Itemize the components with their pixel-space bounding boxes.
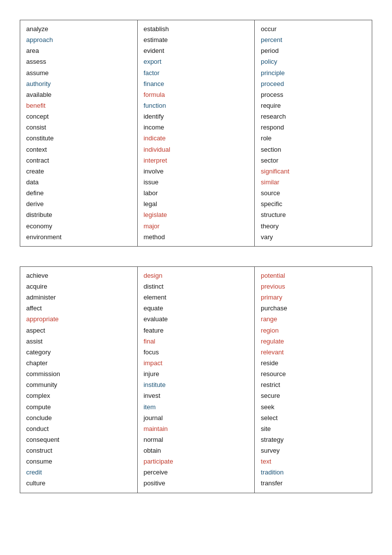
word-item: require (261, 101, 366, 111)
word-item: approach (26, 35, 131, 45)
word-item: restrict (261, 380, 366, 390)
word-item: policy (261, 57, 366, 67)
word-item: equate (144, 303, 249, 313)
word-item: context (26, 145, 131, 155)
word-item: obtain (144, 446, 249, 456)
word-item: estimate (144, 35, 249, 45)
word-item: export (144, 57, 249, 67)
word-item: constitute (26, 133, 131, 143)
word-item: define (26, 188, 131, 198)
word-item: construct (26, 446, 131, 456)
word-item: normal (144, 435, 249, 445)
word-item: income (144, 123, 249, 132)
word-item: proceed (261, 79, 366, 89)
word-item: affect (26, 303, 131, 313)
word-item: vary (261, 232, 366, 242)
word-item: element (144, 293, 249, 302)
word-item: method (144, 232, 249, 242)
word-item: conclude (26, 413, 131, 423)
word-item: factor (144, 68, 249, 78)
word-item: indicate (144, 133, 249, 143)
word-item: conduct (26, 424, 131, 434)
word-item: finance (144, 79, 249, 89)
word-item: item (144, 402, 249, 412)
word-item: primary (261, 293, 366, 302)
word-item: secure (261, 391, 366, 401)
word-item: structure (261, 210, 366, 220)
word-item: distinct (144, 282, 249, 292)
word-item: concept (26, 112, 131, 122)
word-item: feature (144, 326, 249, 336)
word-item: specific (261, 199, 366, 209)
word-item: range (261, 314, 366, 324)
word-item: regulate (261, 337, 366, 346)
word-item: benefit (26, 101, 131, 111)
word-item: occur (261, 24, 366, 34)
word-item: function (144, 101, 249, 111)
word-item: institute (144, 380, 249, 390)
word-item: invest (144, 391, 249, 401)
word-item: chapter (26, 358, 131, 368)
word-item: maintain (144, 424, 249, 434)
word-item: create (26, 167, 131, 176)
word-item: assist (26, 337, 131, 346)
word-item: category (26, 347, 131, 357)
word-item: distribute (26, 210, 131, 220)
word-item: contract (26, 156, 131, 166)
word-item: commission (26, 369, 131, 379)
word-item: participate (144, 457, 249, 467)
word-item: issue (144, 177, 249, 187)
word-item: consume (26, 457, 131, 467)
word-item: source (261, 188, 366, 198)
word-item: text (261, 457, 366, 467)
word-item: potential (261, 271, 366, 281)
table1-col1: analyzeapproachareaassessassumeauthority… (20, 20, 138, 247)
word-item: research (261, 112, 366, 122)
word-item: sector (261, 156, 366, 166)
word-item: final (144, 337, 249, 346)
word-item: identify (144, 112, 249, 122)
word-item: achieve (26, 271, 131, 281)
word-item: perceive (144, 468, 249, 477)
table2-col2: designdistinctelementequateevaluatefeatu… (137, 266, 255, 493)
table2-col3: potentialpreviousprimarypurchaserangereg… (255, 266, 372, 493)
word-item: major (144, 221, 249, 231)
word-item: percent (261, 35, 366, 45)
word-item: legislate (144, 210, 249, 220)
word-item: section (261, 145, 366, 155)
word-item: respond (261, 123, 366, 132)
word-item: legal (144, 199, 249, 209)
word-item: impact (144, 358, 249, 368)
word-item: relevant (261, 347, 366, 357)
word-item: transfer (261, 478, 366, 488)
word-item: acquire (26, 282, 131, 292)
word-item: previous (261, 282, 366, 292)
word-item: community (26, 380, 131, 390)
word-item: region (261, 326, 366, 336)
word-item: economy (26, 221, 131, 231)
word-item: similar (261, 177, 366, 187)
word-item: resource (261, 369, 366, 379)
word-item: purchase (261, 303, 366, 313)
word-item: select (261, 413, 366, 423)
word-item: period (261, 46, 366, 56)
table-1: analyzeapproachareaassessassumeauthority… (20, 20, 372, 247)
word-item: interpret (144, 156, 249, 166)
word-item: assess (26, 57, 131, 67)
table-2: achieveacquireadministeraffectappropriat… (20, 266, 372, 493)
word-item: survey (261, 446, 366, 456)
word-item: available (26, 90, 131, 100)
word-item: evident (144, 46, 249, 56)
word-item: appropriate (26, 314, 131, 324)
word-item: data (26, 177, 131, 187)
table1-col3: occurpercentperiodpolicyprincipleproceed… (255, 20, 372, 247)
word-item: site (261, 424, 366, 434)
word-item: complex (26, 391, 131, 401)
word-item: involve (144, 167, 249, 176)
word-item: formula (144, 90, 249, 100)
word-item: tradition (261, 468, 366, 477)
word-item: strategy (261, 435, 366, 445)
word-item: consist (26, 123, 131, 132)
word-item: reside (261, 358, 366, 368)
word-item: labor (144, 188, 249, 198)
